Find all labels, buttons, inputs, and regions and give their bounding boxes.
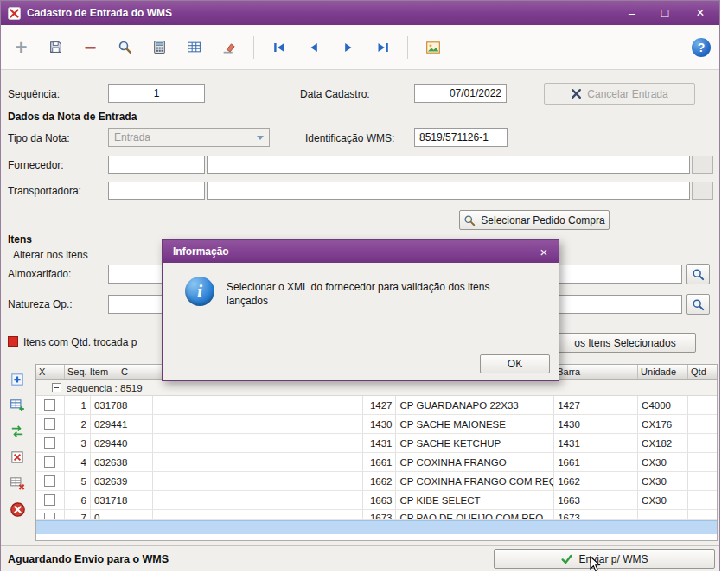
table-row[interactable]: 3 029440 1431 CP SACHE KETCHUP 1431 CX18… [36, 434, 717, 453]
swap-rows-icon [10, 424, 25, 439]
cell-codigo: 032638 [91, 453, 153, 471]
cell-barra: 1431 [554, 434, 638, 452]
cancel-x-icon [571, 88, 582, 99]
grid-add-row-button[interactable] [5, 367, 29, 392]
grid-view-button[interactable] [181, 34, 208, 61]
row-checkbox[interactable] [44, 399, 55, 411]
header-qtd[interactable]: Qtd [688, 365, 717, 379]
row-checkbox[interactable] [44, 437, 55, 449]
enviar-wms-button[interactable]: Enviar p/ WMS [494, 549, 715, 569]
fornecedor-lookup-button[interactable] [692, 156, 713, 174]
maximize-button[interactable]: □ [648, 1, 681, 25]
table-row[interactable]: 2 029441 1430 CP SACHE MAIONESE 1430 CX1… [36, 415, 717, 434]
minimize-button[interactable]: – [616, 1, 648, 25]
cell-barra: 1662 [554, 472, 638, 490]
grid-delete-rows-button[interactable] [5, 471, 29, 495]
collapse-icon[interactable] [52, 383, 61, 392]
grid-cancel-rows-button[interactable] [5, 497, 29, 521]
cell-hidden [153, 472, 363, 490]
cell-barra: 1663 [554, 491, 638, 509]
row-checkbox[interactable] [44, 494, 55, 506]
row-checkbox-cell [36, 434, 65, 452]
cell-seq-item: 1 [65, 396, 91, 414]
status-text: Aguardando Envio para o WMS [8, 553, 169, 565]
header-seq-item[interactable]: Seq. Item [65, 365, 118, 379]
help-button[interactable]: ? [692, 38, 711, 57]
grid-add-rows-button[interactable] [5, 393, 29, 417]
search-small-icon [463, 214, 476, 226]
sequencia-input[interactable] [108, 84, 205, 103]
selection-band [36, 520, 717, 534]
row-checkbox[interactable] [44, 456, 55, 468]
tipo-nota-select[interactable]: Entrada [108, 128, 270, 147]
nav-next-button[interactable] [335, 34, 361, 61]
header-x[interactable]: X [36, 365, 65, 379]
eraser-button[interactable] [215, 34, 242, 61]
app-icon [8, 7, 21, 20]
section-dados-nota-title: Dados da Nota de Entrada [8, 111, 137, 123]
cell-produto-codigo: 1661 [363, 453, 397, 471]
cell-hidden [153, 510, 363, 519]
cell-seq-item: 5 [65, 472, 91, 490]
grid-group-row[interactable]: sequencia : 8519 [36, 380, 717, 396]
table-row[interactable]: 1 031788 1427 CP GUARDANAPO 22X33 1427 C… [36, 396, 717, 415]
table-row[interactable]: 4 032638 1661 CP COXINHA FRANGO 1661 CX3… [36, 453, 717, 472]
header-unidade[interactable]: Unidade [638, 365, 688, 379]
natureza-search-button[interactable] [686, 294, 710, 315]
cell-qtd [688, 491, 717, 509]
cancelar-entrada-button[interactable]: Cancelar Entrada [544, 83, 695, 105]
search-button[interactable] [112, 34, 138, 61]
cell-unidade: CX30 [638, 491, 688, 509]
tipo-nota-value: Entrada [114, 131, 150, 143]
add-button[interactable]: + [8, 34, 35, 61]
chevron-down-icon [252, 129, 269, 146]
transportadora-name-input[interactable] [207, 182, 690, 200]
cell-qtd [688, 453, 717, 471]
table-row[interactable]: 5 032639 1662 CP COXINHA FRANGO COM REQ … [36, 472, 717, 491]
cell-qtd [688, 510, 717, 519]
cell-codigo: 031718 [91, 491, 153, 509]
info-dialog: Informação × i Selecionar o XML do forne… [162, 239, 559, 381]
table-row[interactable]: 6 031718 1663 CP KIBE SELECT 1663 CX30 [36, 491, 717, 510]
row-checkbox[interactable] [44, 513, 55, 519]
save-button[interactable] [42, 34, 69, 61]
row-checkbox[interactable] [44, 418, 55, 430]
dialog-close-button[interactable]: × [531, 240, 557, 263]
identificacao-wms-input[interactable] [414, 128, 508, 147]
selecionar-pedido-button[interactable]: Selecionar Pedido Compra [459, 210, 610, 230]
nav-last-button[interactable] [369, 34, 396, 61]
table-row[interactable]: 7 0 1673 CP PAO DE QUEIJO COM REQ 1673 [36, 510, 717, 520]
cell-hidden [153, 491, 363, 509]
cell-codigo: 0 [91, 510, 153, 519]
cell-produto-codigo: 1662 [363, 472, 397, 490]
calculator-icon [152, 40, 167, 54]
cell-hidden [153, 396, 363, 414]
close-button[interactable]: × [681, 1, 719, 25]
fornecedor-label: Fornecedor: [8, 159, 64, 171]
cell-descricao: CP GUARDANAPO 22X33 [396, 396, 554, 414]
almoxarifado-search-button[interactable] [686, 264, 710, 284]
nav-first-button[interactable] [265, 34, 292, 61]
dialog-ok-button[interactable]: OK [480, 354, 550, 373]
itens-selecionados-button[interactable]: os Itens Selecionados [554, 333, 696, 353]
header-barra[interactable]: Barra [554, 365, 638, 379]
grid-swap-rows-button[interactable] [5, 419, 29, 443]
fornecedor-name-input[interactable] [207, 156, 690, 174]
main-window: Cadastro de Entrada do WMS – □ × + − [0, 0, 720, 571]
cell-unidade: C4000 [638, 396, 688, 414]
cell-hidden [153, 434, 363, 452]
data-cadastro-input[interactable] [414, 84, 507, 103]
transportadora-lookup-button[interactable] [692, 182, 713, 200]
group-row-label: sequencia : 8519 [67, 383, 143, 393]
title-bar: Cadastro de Entrada do WMS – □ × [1, 1, 719, 25]
delete-button[interactable]: − [77, 34, 104, 61]
transportadora-code-input[interactable] [108, 182, 205, 200]
image-button[interactable] [419, 34, 446, 61]
fornecedor-code-input[interactable] [108, 156, 205, 174]
cell-produto-codigo: 1427 [363, 396, 397, 414]
nav-previous-button[interactable] [300, 34, 327, 61]
grid-delete-row-button[interactable] [5, 445, 29, 469]
calculator-button[interactable] [146, 34, 173, 61]
cancel-rows-icon [10, 501, 26, 518]
row-checkbox[interactable] [44, 475, 55, 487]
